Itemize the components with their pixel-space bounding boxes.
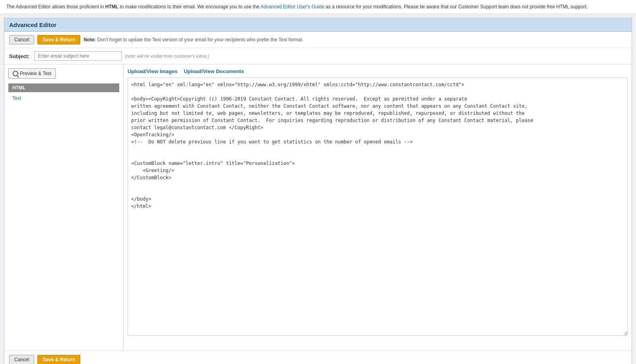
notice-text-before: The Advanced Editor allows those profici… (6, 4, 105, 10)
note-body: Don't forget to update the Text version … (96, 37, 303, 43)
editor-title: Advanced Editor (9, 21, 627, 28)
save-return-button-bottom[interactable]: Save & Return (37, 355, 80, 364)
top-notice: The Advanced Editor allows those profici… (0, 0, 636, 14)
editor-body: Preview & Test HTML Text Upload/View Ima… (4, 64, 632, 350)
upload-documents-link[interactable]: Upload/View Documents (184, 68, 244, 74)
preview-test-button[interactable]: Preview & Test (8, 68, 56, 79)
main-container: Advanced Editor Cancel Save & Return Not… (4, 18, 632, 364)
tab-html[interactable]: HTML (8, 83, 119, 92)
notice-text-after-bold: to make modifications to their email. We… (118, 4, 260, 10)
note-bold: Note: (83, 37, 96, 43)
upload-links: Upload/View Images Upload/View Documents (128, 68, 628, 74)
save-return-button-top[interactable]: Save & Return (37, 35, 80, 45)
upload-images-link[interactable]: Upload/View Images (128, 68, 177, 74)
search-icon (13, 71, 18, 76)
notice-bold: HTML (105, 4, 118, 10)
cancel-button-top[interactable]: Cancel (9, 35, 34, 45)
left-panel: Preview & Test HTML Text (4, 64, 124, 350)
editor-header: Advanced Editor (4, 18, 632, 32)
cancel-button-bottom[interactable]: Cancel (9, 355, 34, 364)
bottom-toolbar: Cancel Save & Return (4, 350, 632, 364)
subject-label: Subject: (9, 53, 31, 59)
html-editor[interactable] (128, 77, 628, 336)
advanced-editor-guide-link[interactable]: Advanced Editor User's Guide (260, 4, 324, 10)
subject-hint: (note: will be visible from customer's i… (125, 54, 209, 58)
subject-input[interactable] (34, 51, 122, 61)
tab-text[interactable]: Text (8, 95, 25, 102)
notice-text-final: as a resource for your modifications. Pl… (324, 4, 588, 10)
toolbar-note: Note: Don't forget to update the Text ve… (83, 37, 303, 43)
preview-test-label: Preview & Test (20, 71, 51, 76)
top-toolbar: Cancel Save & Return Note: Don't forget … (4, 32, 632, 48)
right-panel: Upload/View Images Upload/View Documents (124, 64, 632, 350)
subject-row: Subject: (note: will be visible from cus… (4, 48, 632, 64)
